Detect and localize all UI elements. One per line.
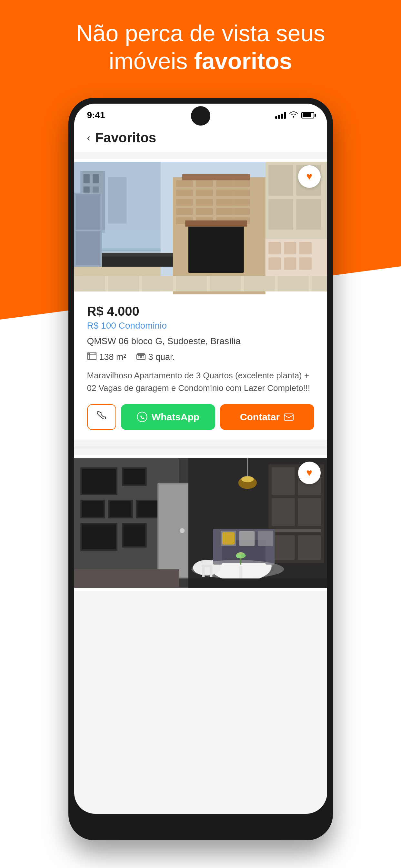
svg-rect-51	[75, 231, 100, 265]
svg-rect-87	[123, 525, 145, 546]
svg-rect-93	[247, 458, 248, 476]
svg-rect-18	[176, 189, 193, 196]
property-condo-fee-1: R$ 100 Condominio	[87, 320, 314, 331]
svg-rect-81	[109, 501, 131, 517]
property-details-1: R$ 4.000 R$ 100 Condominio QMSW 06 bloco…	[74, 294, 327, 440]
header-line1: Não perca de vista seus	[76, 20, 325, 46]
property-price-1: R$ 4.000	[87, 304, 314, 319]
svg-rect-65	[138, 355, 141, 358]
favorite-button-1[interactable]: ♥	[298, 165, 321, 188]
svg-point-95	[241, 476, 254, 482]
svg-rect-56	[176, 276, 207, 291]
svg-point-118	[191, 560, 284, 579]
area-icon	[87, 351, 97, 363]
svg-rect-21	[233, 189, 250, 196]
contact-button-1[interactable]: Contatar	[220, 404, 314, 430]
svg-rect-16	[216, 180, 233, 187]
svg-rect-53	[74, 276, 105, 291]
svg-rect-19	[196, 189, 213, 196]
svg-rect-54	[108, 276, 139, 291]
svg-rect-60	[312, 276, 327, 291]
property-address-1: QMSW 06 bloco G, Sudoeste, Brasília	[87, 336, 314, 346]
card-divider	[74, 446, 327, 449]
phone-container: 9:41	[0, 98, 401, 840]
svg-rect-47	[284, 257, 296, 270]
svg-rect-15	[196, 180, 213, 187]
header-section: Não perca de vista seus imóveis favorito…	[0, 0, 401, 88]
back-arrow-icon[interactable]: ‹	[87, 132, 91, 144]
battery-icon	[301, 112, 314, 119]
svg-point-122	[236, 554, 241, 558]
action-buttons-1: WhatsApp Contatar	[87, 404, 314, 430]
svg-rect-117	[222, 532, 234, 544]
svg-rect-24	[216, 199, 233, 206]
svg-rect-4	[93, 174, 99, 183]
back-navigation[interactable]: ‹ Favoritos	[87, 130, 314, 146]
property-card-2: ♥	[74, 455, 327, 591]
rooms-spec: 3 quar.	[136, 352, 175, 362]
svg-rect-28	[216, 208, 233, 215]
svg-rect-14	[176, 180, 193, 187]
svg-rect-7	[108, 177, 127, 223]
svg-rect-40	[268, 199, 293, 230]
svg-rect-29	[233, 208, 250, 215]
svg-rect-91	[74, 569, 179, 588]
svg-rect-44	[284, 242, 296, 254]
svg-point-123	[241, 554, 245, 557]
svg-rect-50	[75, 194, 100, 229]
svg-rect-48	[299, 257, 311, 270]
rooms-value: 3 quar.	[148, 352, 175, 362]
svg-point-70	[137, 412, 147, 422]
header-line2-bold: favoritos	[194, 48, 292, 74]
wifi-icon	[289, 111, 298, 120]
svg-rect-17	[233, 180, 250, 187]
phone-button-1[interactable]	[87, 404, 116, 430]
svg-rect-3	[83, 174, 89, 183]
svg-rect-41	[296, 199, 321, 230]
svg-rect-22	[176, 199, 193, 206]
property-image-1[interactable]: ♥	[74, 159, 327, 294]
svg-point-90	[179, 528, 184, 533]
svg-rect-102	[271, 535, 295, 560]
svg-rect-57	[210, 276, 241, 291]
svg-rect-119	[188, 579, 327, 588]
svg-rect-43	[268, 242, 281, 254]
svg-rect-45	[299, 242, 311, 254]
status-bar: 9:41	[74, 104, 327, 124]
whatsapp-button-1[interactable]: WhatsApp	[121, 404, 215, 430]
phone-screen: 9:41	[74, 104, 327, 814]
property-description-1: Maravilhoso Apartamento de 3 Quartos (ex…	[87, 369, 314, 395]
phone-call-icon	[96, 410, 107, 424]
contatar-label: Contatar	[240, 411, 280, 423]
status-time: 9:41	[87, 110, 105, 120]
property-image-2[interactable]: ♥	[74, 455, 327, 591]
svg-rect-99	[271, 498, 295, 526]
svg-rect-115	[239, 531, 255, 546]
signal-icon	[275, 112, 286, 119]
kitchen-illustration	[74, 159, 327, 294]
svg-rect-23	[196, 199, 213, 206]
svg-rect-116	[258, 531, 273, 546]
heart-icon-1: ♥	[306, 170, 312, 182]
favorite-button-2[interactable]: ♥	[298, 462, 321, 484]
property-specs-1: 138 m²	[87, 351, 314, 363]
living-illustration	[74, 455, 327, 591]
svg-rect-66	[141, 355, 144, 358]
svg-rect-25	[233, 199, 250, 206]
page-title: Favoritos	[95, 130, 156, 146]
header-line2-normal: imóveis	[109, 48, 194, 74]
svg-rect-83	[137, 501, 159, 517]
status-icons	[275, 111, 314, 120]
page-wrapper: Não perca de vista seus imóveis favorito…	[0, 0, 401, 868]
svg-rect-103	[298, 535, 321, 560]
svg-rect-71	[284, 414, 293, 420]
property-card-1: ♥ R$ 4.000 R$ 100 Condominio QMSW 06 blo…	[74, 159, 327, 440]
svg-rect-59	[278, 276, 309, 291]
svg-rect-35	[185, 220, 247, 226]
svg-rect-55	[142, 276, 173, 291]
svg-rect-75	[81, 469, 115, 493]
svg-rect-85	[81, 525, 115, 549]
svg-rect-97	[271, 467, 295, 495]
svg-rect-79	[81, 501, 103, 517]
area-value: 138 m²	[99, 352, 127, 362]
